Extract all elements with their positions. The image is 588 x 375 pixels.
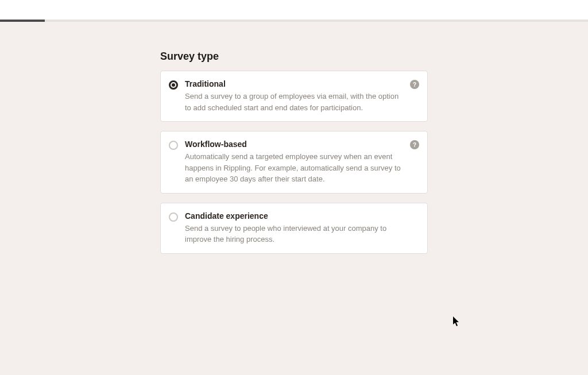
progress-fill xyxy=(0,20,45,22)
progress-track xyxy=(0,20,588,22)
radio-workflow-based[interactable] xyxy=(169,141,178,150)
option-body: Candidate experience Send a survey to pe… xyxy=(185,211,419,245)
option-candidate-experience[interactable]: Candidate experience Send a survey to pe… xyxy=(160,203,428,254)
radio-candidate-experience[interactable] xyxy=(169,212,178,222)
option-description: Send a survey to people who interviewed … xyxy=(185,223,403,245)
help-icon[interactable]: ? xyxy=(410,140,419,149)
help-icon[interactable]: ? xyxy=(410,80,419,89)
option-title: Candidate experience xyxy=(185,211,403,221)
radio-traditional[interactable] xyxy=(169,80,178,90)
option-description: Send a survey to a group of employees vi… xyxy=(185,91,403,113)
survey-type-section: Survey type Traditional Send a survey to… xyxy=(160,51,428,263)
option-description: Automatically send a targeted employee s… xyxy=(185,151,403,185)
top-bar xyxy=(0,0,588,22)
content-wrap: Survey type Traditional Send a survey to… xyxy=(0,22,588,263)
cursor-icon xyxy=(453,316,461,327)
option-body: Traditional Send a survey to a group of … xyxy=(185,79,419,113)
option-title: Workflow-based xyxy=(185,140,403,149)
option-workflow-based[interactable]: Workflow-based Automatically send a targ… xyxy=(160,131,428,194)
section-title: Survey type xyxy=(160,51,428,63)
option-traditional[interactable]: Traditional Send a survey to a group of … xyxy=(160,71,428,122)
option-body: Workflow-based Automatically send a targ… xyxy=(185,140,419,185)
option-title: Traditional xyxy=(185,79,403,88)
